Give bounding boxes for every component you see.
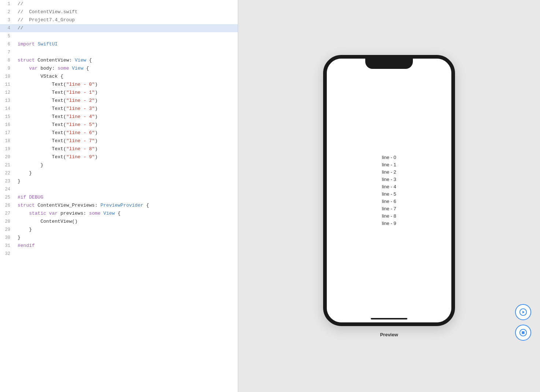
code-line-12: 12 Text("line - 1"): [0, 89, 238, 97]
code-line-29: 29 }: [0, 226, 238, 234]
code-line-31: 31 #endif: [0, 242, 238, 250]
code-editor-panel: 1 // 2 // ContentView.swift 3 // Project…: [0, 0, 238, 392]
code-line-15: 15 Text("line - 4"): [0, 113, 238, 121]
code-line-6: 6 import SwiftUI: [0, 40, 238, 48]
phone-frame: line - 0 line - 1 line - 2 line - 3 line…: [323, 55, 455, 326]
stop-button[interactable]: [515, 325, 531, 341]
code-line-21: 21 }: [0, 161, 238, 169]
code-line-3: 3 // Project7.4_Group: [0, 16, 238, 24]
code-line-11: 11 Text("line - 0"): [0, 81, 238, 89]
preview-label: Preview: [380, 332, 398, 337]
code-line-17: 17 Text("line - 6"): [0, 129, 238, 137]
preview-text-line-7: line - 7: [382, 205, 396, 212]
code-line-19: 19 Text("line - 8"): [0, 145, 238, 153]
svg-marker-1: [522, 311, 525, 313]
code-area[interactable]: 1 // 2 // ContentView.swift 3 // Project…: [0, 0, 238, 392]
code-line-14: 14 Text("line - 3"): [0, 105, 238, 113]
code-line-24: 24: [0, 185, 238, 193]
code-line-23: 23 }: [0, 177, 238, 185]
code-line-27: 27 static var previews: some View {: [0, 210, 238, 218]
code-line-1: 1 //: [0, 0, 238, 8]
preview-text-line-2: line - 2: [382, 169, 396, 176]
code-line-26: 26 struct ContentView_Previews: PreviewP…: [0, 201, 238, 210]
code-line-22: 22 }: [0, 169, 238, 177]
preview-buttons: [515, 304, 531, 341]
code-line-5: 5: [0, 32, 238, 40]
code-line-16: 16 Text("line - 5"): [0, 121, 238, 129]
preview-text-line-9: line - 9: [382, 220, 396, 227]
code-line-2: 2 // ContentView.swift: [0, 8, 238, 16]
preview-text-line-6: line - 6: [382, 198, 396, 205]
code-line-30: 30 }: [0, 234, 238, 242]
preview-text-line-0: line - 0: [382, 154, 396, 161]
code-line-4: 4 //: [0, 24, 238, 32]
code-line-28: 28 ContentView(): [0, 218, 238, 226]
preview-panel: line - 0 line - 1 line - 2 line - 3 line…: [238, 0, 540, 392]
code-line-25: 25 #if DEBUG: [0, 193, 238, 201]
preview-text-line-5: line - 5: [382, 191, 396, 198]
code-line-9: 9 var body: some View {: [0, 64, 238, 73]
play-button[interactable]: [515, 304, 531, 320]
phone-screen: line - 0 line - 1 line - 2 line - 3 line…: [327, 59, 451, 322]
code-line-7: 7: [0, 48, 238, 56]
preview-text-line-1: line - 1: [382, 161, 396, 169]
svg-rect-3: [522, 331, 524, 334]
code-line-32: 32: [0, 250, 238, 258]
preview-text-line-3: line - 3: [382, 176, 396, 183]
code-line-8: 8 struct ContentView: View {: [0, 56, 238, 64]
phone-container: line - 0 line - 1 line - 2 line - 3 line…: [323, 55, 455, 337]
code-line-20: 20 Text("line - 9"): [0, 153, 238, 161]
phone-content: line - 0 line - 1 line - 2 line - 3 line…: [382, 154, 396, 227]
preview-text-line-8: line - 8: [382, 212, 396, 220]
preview-text-line-4: line - 4: [382, 183, 396, 191]
code-line-13: 13 Text("line - 2"): [0, 97, 238, 105]
code-line-18: 18 Text("line - 7"): [0, 137, 238, 145]
code-line-10: 10 VStack {: [0, 73, 238, 81]
